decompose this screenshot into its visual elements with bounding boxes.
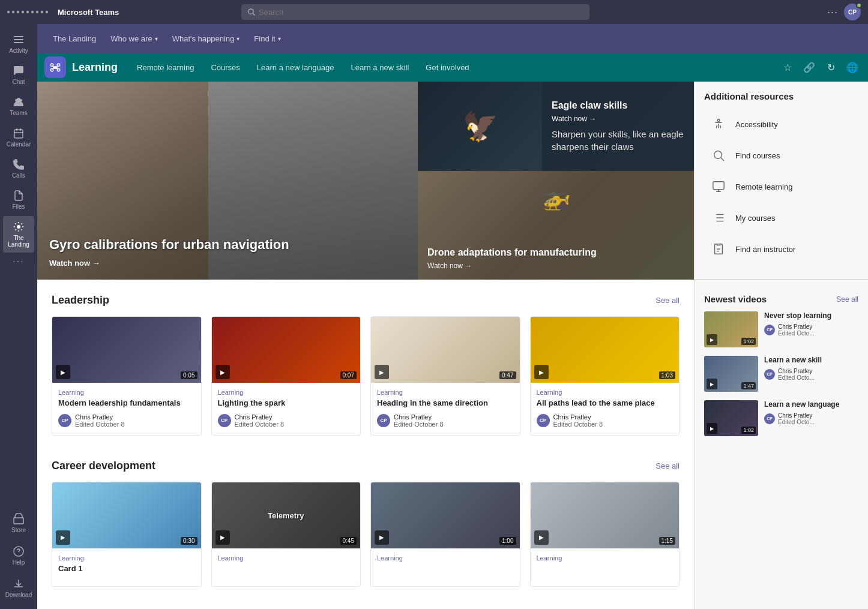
- learning-nav-involved[interactable]: Get involved: [418, 59, 476, 76]
- ar-item-find-instructor[interactable]: Find an instructor: [704, 233, 858, 265]
- learning-nav-language[interactable]: Learn a new language: [250, 59, 342, 76]
- favorite-icon[interactable]: ☆: [779, 59, 796, 76]
- career-see-all[interactable]: See all: [656, 461, 680, 470]
- chevron-down-icon: ▾: [155, 35, 158, 42]
- more-apps-button[interactable]: ···: [13, 256, 24, 267]
- nav-item-who-we-are[interactable]: Who we are ▾: [104, 31, 163, 47]
- search-input[interactable]: [259, 8, 583, 17]
- svg-line-13: [52, 65, 53, 66]
- learning-nav-remote[interactable]: Remote learning: [130, 59, 201, 76]
- nv-author-info-1: Chris Pratley Edited Octo...: [778, 368, 815, 381]
- waffle-menu[interactable]: [7, 11, 48, 13]
- nv-author-info-0: Chris Pratley Edited Octo...: [778, 323, 815, 337]
- search-icon: [247, 8, 256, 16]
- career-card-1[interactable]: ▶ 0:45 Telemetry Learning: [211, 482, 361, 587]
- landing-icon: [13, 221, 25, 233]
- author-date-1: Edited October 8: [235, 421, 285, 428]
- nv-item-2[interactable]: ▶ 1:02 Learn a new language CP Chris Pra…: [704, 400, 858, 436]
- search-bar[interactable]: [241, 4, 589, 20]
- svg-point-18: [714, 151, 722, 159]
- nv-title: Newest videos: [704, 294, 767, 304]
- career-card-2[interactable]: ▶ 1:00 Learning: [370, 482, 520, 587]
- career-cards: ▶ 0:30 Learning Card 1 ▶ 0:45: [52, 482, 680, 587]
- monitor-icon: [709, 177, 728, 196]
- calendar-label: Calendar: [7, 141, 31, 148]
- sidebar-item-help[interactable]: Help: [3, 541, 34, 571]
- nv-avatar-0: CP: [764, 325, 775, 335]
- ar-item-accessibility[interactable]: Accessibility: [704, 109, 858, 140]
- svg-point-7: [19, 554, 19, 554]
- author-date-0: Edited October 8: [75, 421, 125, 428]
- nv-item-0[interactable]: ▶ 1:02 Never stop learning CP Chris Prat…: [704, 311, 858, 347]
- link-icon[interactable]: 🔗: [801, 59, 818, 76]
- nav-item-landing[interactable]: The Landing: [47, 31, 102, 47]
- sidebar-item-calls[interactable]: Calls: [3, 154, 34, 184]
- learning-logo-icon: [44, 56, 66, 78]
- ar-item-find-courses[interactable]: Find courses: [704, 140, 858, 171]
- user-avatar[interactable]: CP: [844, 4, 861, 20]
- hero-card-eagle[interactable]: 🦅 Eagle claw skills Watch now → Sharpen …: [418, 82, 694, 171]
- nav-item-find-it[interactable]: Find it ▾: [248, 31, 286, 47]
- leadership-card-0[interactable]: ▶ 0:05 Learning Modern leadership fundam…: [52, 316, 202, 436]
- ar-label-find-courses: Find courses: [735, 151, 780, 160]
- sidebar-item-chat[interactable]: Chat: [3, 60, 34, 90]
- thumb-0: ▶ 0:05: [52, 317, 201, 383]
- svg-point-0: [248, 9, 253, 14]
- nv-see-all[interactable]: See all: [836, 295, 858, 304]
- svg-line-14: [58, 65, 59, 66]
- titlebar-right: ··· CP: [827, 4, 861, 20]
- career-thumb-3: ▶ 1:15: [531, 482, 680, 548]
- career-card-0[interactable]: ▶ 0:30 Learning Card 1: [52, 482, 202, 587]
- main-layout: Activity Chat Teams Calendar Calls Files: [0, 24, 868, 609]
- sidebar-item-activity[interactable]: Activity: [3, 29, 34, 59]
- author-name-1: Chris Pratley: [235, 413, 285, 421]
- hero-watch-gyro[interactable]: Watch now →: [49, 259, 406, 268]
- career-tag-3: Learning: [537, 554, 674, 562]
- drone-watch[interactable]: Watch now →: [427, 262, 684, 270]
- nv-author-row-2: CP Chris Pratley Edited Octo...: [764, 412, 858, 425]
- author-info-1: Chris Pratley Edited October 8: [235, 413, 285, 428]
- sidebar-item-landing[interactable]: The Landing: [3, 216, 34, 253]
- sidebar-item-calendar[interactable]: Calendar: [3, 122, 34, 152]
- leadership-card-1[interactable]: ▶ 0:07 Learning Lighting the spark CP Ch…: [211, 316, 361, 436]
- learning-nav-courses[interactable]: Courses: [203, 59, 247, 76]
- learning-title: Learning: [72, 61, 118, 74]
- svg-line-19: [721, 158, 724, 161]
- author-row-0: CP Chris Pratley Edited October 8: [58, 413, 195, 428]
- ar-item-my-courses[interactable]: My courses: [704, 202, 858, 233]
- leadership-card-2[interactable]: ▶ 0:47 Learning Heading in the same dire…: [370, 316, 520, 436]
- globe-icon[interactable]: 🌐: [844, 59, 861, 76]
- sidebar-item-store[interactable]: Store: [3, 508, 34, 538]
- nv-thumb-0: ▶ 1:02: [704, 311, 758, 347]
- nv-dur-0: 1:02: [741, 338, 756, 345]
- leadership-see-all[interactable]: See all: [656, 296, 680, 305]
- svg-rect-3: [14, 130, 23, 138]
- eagle-watch[interactable]: Watch now →: [552, 115, 684, 123]
- tag-0: Learning: [58, 389, 195, 396]
- sidebar-item-files[interactable]: Files: [3, 185, 34, 215]
- nv-item-1[interactable]: ▶ 1:47 Learn a new skill CP Chris Pratle…: [704, 356, 858, 392]
- hero-card-gyro[interactable]: Gyro calibrations for urban navigation W…: [37, 82, 418, 280]
- title-0: Modern leadership fundamentals: [58, 398, 195, 409]
- sidebar-item-teams[interactable]: Teams: [3, 91, 34, 121]
- career-duration-3: 1:15: [659, 537, 675, 545]
- list-icon: [709, 208, 728, 227]
- career-play-3: ▶: [534, 530, 549, 545]
- ar-item-remote-learning[interactable]: Remote learning: [704, 171, 858, 202]
- career-tag-2: Learning: [377, 554, 514, 562]
- accessibility-icon: [709, 115, 728, 134]
- drone-icon: 🚁: [541, 183, 571, 211]
- refresh-icon[interactable]: ↻: [822, 59, 839, 76]
- activity-icon: [13, 34, 25, 46]
- nav-item-whats-happening[interactable]: What's happening ▾: [166, 31, 246, 47]
- career-play-1: ▶: [215, 530, 230, 545]
- teams-navigation: The Landing Who we are ▾ What's happenin…: [37, 24, 868, 53]
- sidebar-item-download[interactable]: Download: [3, 573, 34, 603]
- files-label: Files: [12, 203, 25, 210]
- leadership-card-3[interactable]: ▶ 1:03 Learning All paths lead to the sa…: [530, 316, 680, 436]
- duration-3: 1:03: [659, 371, 675, 379]
- more-options-button[interactable]: ···: [827, 6, 838, 19]
- hero-card-drone[interactable]: 🚁 Drone adaptations for manufacturing Wa…: [418, 171, 694, 280]
- learning-nav-skill[interactable]: Learn a new skill: [344, 59, 417, 76]
- career-card-3[interactable]: ▶ 1:15 Learning: [530, 482, 680, 587]
